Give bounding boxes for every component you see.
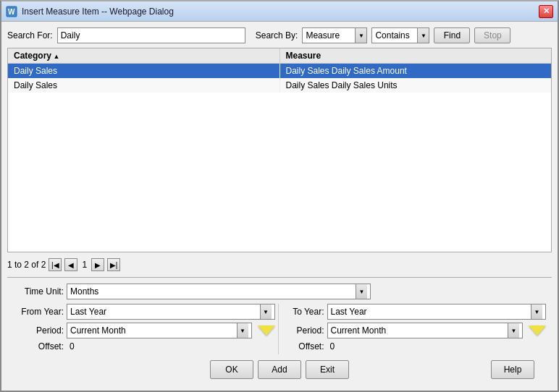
- last-page-button[interactable]: ▶|: [107, 258, 120, 271]
- from-year-row: From Year: Last Year ▼: [13, 304, 275, 320]
- contains-dropdown[interactable]: Contains ▼: [371, 27, 429, 43]
- search-by-arrow: ▼: [355, 28, 366, 43]
- contains-arrow: ▼: [417, 28, 429, 43]
- contains-value: Contains: [375, 30, 414, 41]
- table-header-row: Category Measure: [8, 48, 551, 64]
- from-offset-row: Offset: 0: [13, 341, 275, 351]
- from-year-dropdown[interactable]: Last Year ▼: [67, 304, 275, 320]
- stop-button[interactable]: Stop: [474, 27, 510, 43]
- category-cell: Daily Sales: [8, 78, 280, 93]
- time-unit-dropdown[interactable]: Months ▼: [67, 284, 371, 299]
- to-column: To Year: Last Year ▼ Period: Current Mon…: [279, 304, 547, 354]
- measure-cell: Daily Sales Daily Sales Units: [280, 78, 551, 93]
- results-table: Category Measure Daily Sales Daily Sales…: [8, 48, 551, 93]
- add-button[interactable]: Add: [258, 360, 301, 379]
- to-year-row: To Year: Last Year ▼: [285, 304, 547, 320]
- time-unit-arrow: ▼: [356, 284, 367, 299]
- search-bar: Search For: Search By: Measure ▼ Contain…: [7, 27, 552, 43]
- dialog-window: W Insert Measure Item -- Webpage Dialog …: [0, 0, 559, 392]
- table-row[interactable]: Daily Sales Daily Sales Daily Sales Amou…: [8, 64, 551, 79]
- from-period-row: Period: Current Month ▼: [13, 323, 275, 338]
- to-offset-value: 0: [327, 341, 338, 351]
- time-unit-label: Time Unit:: [13, 286, 64, 297]
- prev-page-button[interactable]: ◀: [64, 258, 77, 271]
- dialog-icon: W: [6, 6, 17, 17]
- to-year-label: To Year:: [285, 307, 324, 317]
- pagination: 1 to 2 of 2 |◀ ◀ 1 ▶ ▶|: [7, 257, 552, 273]
- to-year-arrow: ▼: [531, 304, 542, 319]
- bottom-panel: Time Unit: Months ▼ From Year: Last Year…: [7, 277, 552, 385]
- from-year-label: From Year:: [13, 307, 64, 317]
- time-unit-value: Months: [70, 286, 356, 297]
- help-button[interactable]: Help: [491, 360, 534, 379]
- results-table-container: Category Measure Daily Sales Daily Sales…: [7, 48, 552, 252]
- exit-button[interactable]: Exit: [306, 360, 349, 379]
- from-period-arrow: ▼: [237, 323, 248, 338]
- close-button[interactable]: ✕: [539, 5, 553, 18]
- to-period-indicator: [529, 325, 546, 336]
- to-year-dropdown[interactable]: Last Year ▼: [327, 304, 547, 320]
- category-header[interactable]: Category: [8, 48, 280, 64]
- to-period-value: Current Month: [331, 325, 508, 336]
- to-offset-row: Offset: 0: [285, 341, 547, 351]
- two-col-section: From Year: Last Year ▼ Period: Current M…: [13, 304, 546, 354]
- from-period-value: Current Month: [70, 325, 237, 336]
- from-year-arrow: ▼: [260, 304, 272, 319]
- from-offset-label: Offset:: [13, 341, 64, 351]
- action-row: OK Add Exit Help: [13, 354, 546, 379]
- to-offset-label: Offset:: [285, 341, 324, 351]
- to-period-row: Period: Current Month ▼: [285, 323, 547, 338]
- search-by-value: Measure: [306, 30, 352, 41]
- title-bar: W Insert Measure Item -- Webpage Dialog …: [1, 1, 558, 22]
- ok-button[interactable]: OK: [210, 360, 253, 379]
- to-period-arrow: ▼: [508, 323, 519, 338]
- current-page: 1: [80, 260, 88, 270]
- first-page-button[interactable]: |◀: [49, 258, 62, 271]
- main-content: Search For: Search By: Measure ▼ Contain…: [1, 22, 558, 391]
- svg-text:W: W: [8, 8, 15, 16]
- category-cell: Daily Sales: [8, 64, 280, 79]
- measure-header[interactable]: Measure: [280, 48, 551, 64]
- search-by-dropdown[interactable]: Measure ▼: [302, 27, 367, 43]
- from-offset-value: 0: [67, 341, 77, 351]
- search-for-label: Search For:: [7, 30, 53, 41]
- from-period-dropdown[interactable]: Current Month ▼: [67, 323, 252, 338]
- table-row[interactable]: Daily Sales Daily Sales Daily Sales Unit…: [8, 78, 551, 93]
- time-unit-row: Time Unit: Months ▼: [13, 284, 546, 299]
- from-year-value: Last Year: [70, 307, 260, 317]
- from-column: From Year: Last Year ▼ Period: Current M…: [13, 304, 279, 354]
- to-period-label: Period:: [285, 325, 324, 336]
- to-period-dropdown[interactable]: Current Month ▼: [327, 323, 524, 338]
- pagination-text: 1 to 2 of 2: [7, 260, 46, 270]
- from-period-indicator: [258, 325, 275, 336]
- measure-cell: Daily Sales Daily Sales Amount: [280, 64, 551, 79]
- to-year-value: Last Year: [331, 307, 531, 317]
- title-text: Insert Measure Item -- Webpage Dialog: [22, 7, 534, 17]
- search-by-label: Search By:: [256, 30, 298, 41]
- search-input[interactable]: [57, 27, 245, 43]
- find-button[interactable]: Find: [434, 27, 470, 43]
- from-period-label: Period:: [13, 325, 64, 336]
- next-page-button[interactable]: ▶: [91, 258, 104, 271]
